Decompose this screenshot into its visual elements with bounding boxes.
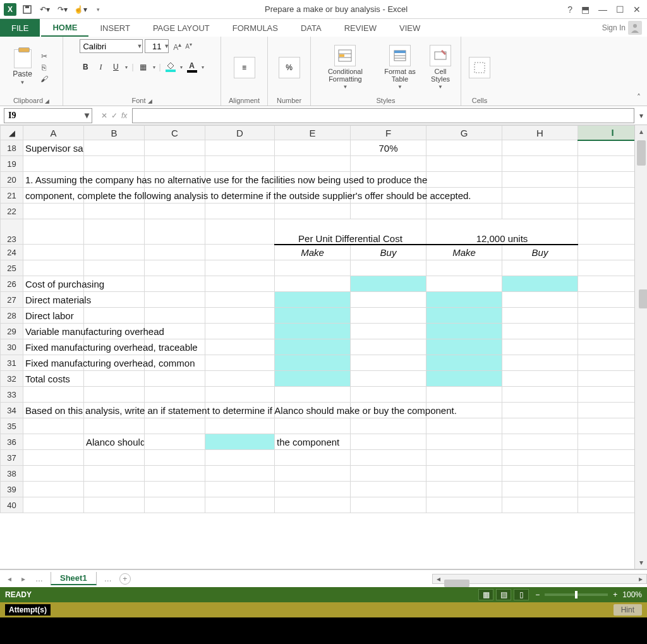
cell-A33[interactable]: [23, 387, 84, 403]
cell-H36[interactable]: [502, 434, 578, 450]
col-header-A[interactable]: A: [23, 126, 84, 140]
row-header-20[interactable]: 20: [1, 172, 23, 188]
cell-E36[interactable]: the component: [275, 434, 351, 450]
cell-H27[interactable]: [502, 292, 578, 308]
row-header-27[interactable]: 27: [1, 292, 23, 308]
cell-H30[interactable]: [502, 339, 578, 355]
cell-G19[interactable]: [426, 156, 502, 172]
cell-E33[interactable]: [275, 387, 351, 403]
cut-icon[interactable]: ✂: [39, 52, 50, 61]
row-header-24[interactable]: 24: [1, 245, 23, 260]
cell-G23[interactable]: 12,000 units: [426, 219, 578, 245]
cell-D30[interactable]: [205, 339, 275, 355]
cell-D19[interactable]: [205, 156, 275, 172]
cell-G40[interactable]: [426, 497, 502, 513]
undo-icon[interactable]: ↶▾: [38, 3, 52, 16]
tab-data[interactable]: DATA: [289, 19, 333, 37]
cell-H21[interactable]: [502, 188, 578, 204]
help-icon[interactable]: ?: [567, 4, 572, 15]
row-header-26[interactable]: 26: [1, 276, 23, 292]
cell-I39[interactable]: [578, 482, 635, 497]
row-header-36[interactable]: 36: [1, 434, 23, 450]
cell-B19[interactable]: [84, 156, 145, 172]
cell-H33[interactable]: [502, 387, 578, 403]
cell-F28[interactable]: [351, 308, 426, 324]
cell-A37[interactable]: [23, 450, 84, 466]
cell-F30[interactable]: [351, 339, 426, 355]
cell-B23[interactable]: [84, 219, 145, 245]
cell-D23[interactable]: [205, 219, 275, 245]
name-box-dropdown-icon[interactable]: ▾: [85, 110, 92, 121]
cell-I33[interactable]: [578, 387, 635, 403]
cell-H39[interactable]: [502, 482, 578, 497]
cell-G39[interactable]: [426, 482, 502, 497]
view-normal-icon[interactable]: ▦: [478, 589, 493, 600]
cell-H40[interactable]: [502, 497, 578, 513]
cell-F38[interactable]: [351, 466, 426, 482]
cell-A26[interactable]: Cost of purchasing: [23, 276, 84, 292]
spreadsheet-grid[interactable]: ◢ABCDEFGHI18 Supervisor salary70%19201. …: [0, 125, 634, 569]
cell-D27[interactable]: [205, 292, 275, 308]
cell-B39[interactable]: [84, 482, 145, 497]
cell-D32[interactable]: [205, 371, 275, 387]
row-header-33[interactable]: 33: [1, 387, 23, 403]
sheet-tab-sheet1[interactable]: Sheet1: [51, 572, 97, 585]
cell-I30[interactable]: [578, 339, 635, 355]
cell-I22[interactable]: [578, 204, 635, 219]
cell-F32[interactable]: [351, 371, 426, 387]
cell-F29[interactable]: [351, 324, 426, 339]
row-header-38[interactable]: 38: [1, 466, 23, 482]
col-header-E[interactable]: E: [275, 126, 351, 140]
name-box[interactable]: I9▾: [4, 108, 92, 123]
cell-G36[interactable]: [426, 434, 502, 450]
decrease-font-icon[interactable]: A▾: [184, 40, 193, 53]
cell-C22[interactable]: [145, 204, 205, 219]
cell-C35[interactable]: [145, 418, 205, 434]
sheet-nav-prev-icon[interactable]: ◂: [5, 574, 14, 583]
cell-I31[interactable]: [578, 355, 635, 371]
cell-H28[interactable]: [502, 308, 578, 324]
cell-H24[interactable]: Buy: [502, 245, 578, 260]
zoom-slider[interactable]: [545, 593, 608, 596]
add-sheet-icon[interactable]: +: [119, 573, 131, 585]
horizontal-scrollbar[interactable]: ◂ ▸: [432, 574, 647, 584]
cell-A28[interactable]: Direct labor: [23, 308, 84, 324]
cell-E18[interactable]: [275, 140, 351, 156]
cell-C18[interactable]: [145, 140, 205, 156]
cell-I18[interactable]: [578, 140, 635, 156]
cell-I27[interactable]: [578, 292, 635, 308]
tab-insert[interactable]: INSERT: [88, 19, 141, 37]
cell-D39[interactable]: [205, 482, 275, 497]
cell-D33[interactable]: [205, 387, 275, 403]
cell-F19[interactable]: [351, 156, 426, 172]
format-painter-icon[interactable]: 🖌: [39, 75, 50, 83]
cell-G38[interactable]: [426, 466, 502, 482]
cell-A23[interactable]: [23, 219, 84, 245]
cell-E28[interactable]: [275, 308, 351, 324]
cell-I25[interactable]: [578, 260, 635, 276]
row-header-25[interactable]: 25: [1, 260, 23, 276]
cell-G27[interactable]: [426, 292, 502, 308]
cell-G31[interactable]: [426, 355, 502, 371]
cell-F27[interactable]: [351, 292, 426, 308]
cell-D35[interactable]: [205, 418, 275, 434]
cell-D38[interactable]: [205, 466, 275, 482]
cell-I35[interactable]: [578, 418, 635, 434]
cell-B32[interactable]: [84, 371, 145, 387]
row-header-23[interactable]: 23: [1, 219, 23, 245]
cell-E29[interactable]: [275, 324, 351, 339]
cell-F35[interactable]: [351, 418, 426, 434]
cell-C39[interactable]: [145, 482, 205, 497]
cell-H35[interactable]: [502, 418, 578, 434]
cell-C23[interactable]: [145, 219, 205, 245]
tab-page-layout[interactable]: PAGE LAYOUT: [142, 19, 221, 37]
cell-I19[interactable]: [578, 156, 635, 172]
font-name-input[interactable]: [80, 39, 143, 53]
fill-color-button[interactable]: [165, 61, 176, 73]
cell-A39[interactable]: [23, 482, 84, 497]
cell-G20[interactable]: [426, 172, 502, 188]
tab-file[interactable]: FILE: [0, 19, 40, 37]
cell-A30[interactable]: Fixed manufacturing overhead, traceable: [23, 339, 84, 355]
cells-button[interactable]: [466, 57, 493, 78]
col-header-F[interactable]: F: [351, 126, 426, 140]
